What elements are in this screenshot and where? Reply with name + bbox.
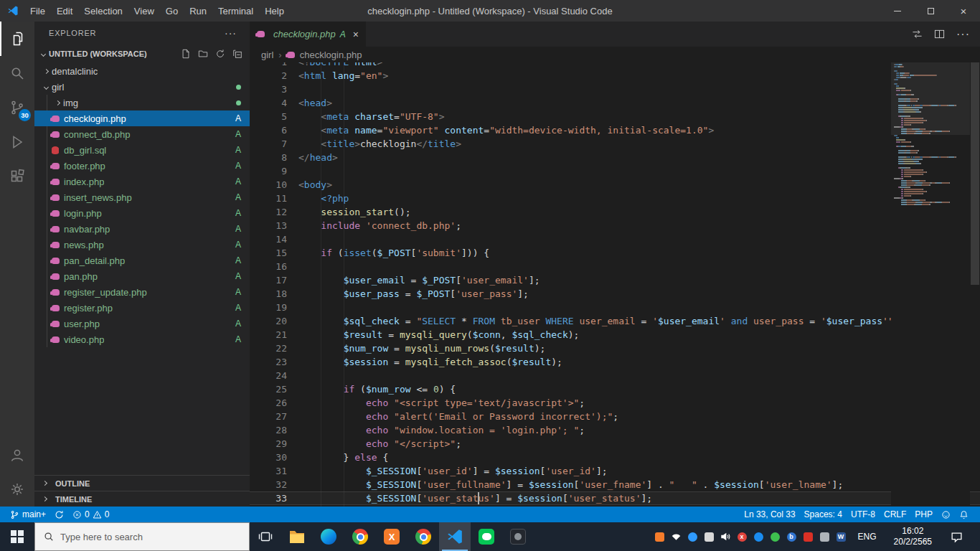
timeline-section-header[interactable]: TIMELINE	[34, 491, 250, 507]
language-indicator[interactable]: ENG	[852, 532, 882, 542]
code-line-29[interactable]: 29 echo "</script>";	[250, 437, 980, 451]
clock[interactable]: 16:02 20/2/2565	[888, 526, 938, 547]
code-line-2[interactable]: 2<html lang="en">	[250, 69, 980, 83]
code-line-22[interactable]: 22 $num_row = mysqli_num_rows($result);	[250, 342, 980, 355]
code-line-27[interactable]: 27 echo "alert('Email or Password incorr…	[250, 410, 980, 423]
taskbar-app-edge[interactable]	[313, 522, 344, 551]
tree-item-footer-php[interactable]: footer.phpA	[34, 158, 250, 174]
tree-item-login-php[interactable]: login.phpA	[34, 205, 250, 221]
tray-xampp-tray-icon[interactable]	[654, 532, 665, 542]
code-line-26[interactable]: 26 echo "<script type='text/javascript'>…	[250, 396, 980, 410]
taskbar-app-file-explorer[interactable]	[281, 522, 313, 551]
language-mode[interactable]: PHP	[910, 509, 937, 519]
code-line-24[interactable]: 24	[250, 369, 980, 382]
code-line-10[interactable]: 10<body>	[250, 178, 980, 192]
menu-item-edit[interactable]: Edit	[51, 0, 78, 22]
open-changes-icon[interactable]	[912, 29, 923, 39]
tray-bluetooth-icon[interactable]: b	[786, 532, 797, 542]
indentation[interactable]: Spaces: 4	[800, 509, 847, 519]
taskbar-search-box[interactable]	[34, 522, 250, 551]
outline-section-header[interactable]: OUTLINE	[34, 475, 250, 491]
explorer-activity-button[interactable]	[0, 22, 34, 56]
menu-item-view[interactable]: View	[128, 0, 160, 22]
run-debug-activity-button[interactable]	[0, 125, 34, 159]
code-line-9[interactable]: 9	[250, 164, 980, 178]
tree-item-db_girl-sql[interactable]: db_girl.sqlA	[34, 142, 250, 158]
code-line-23[interactable]: 23 $session = mysqli_fetch_assoc($result…	[250, 355, 980, 369]
code-line-1[interactable]: 1<!DOCTYPE html>	[250, 62, 980, 69]
code-line-18[interactable]: 18 $user_pass = $_POST['user_pass'];	[250, 287, 980, 301]
start-button[interactable]	[0, 522, 34, 551]
tray-word-icon[interactable]: W	[836, 532, 847, 542]
menu-item-help[interactable]: Help	[259, 0, 290, 22]
tray-volume-icon[interactable]	[720, 532, 731, 542]
taskbar-app-chrome[interactable]	[344, 522, 376, 551]
code-line-30[interactable]: 30 } else {	[250, 451, 980, 464]
tree-item-navbar-php[interactable]: navbar.phpA	[34, 221, 250, 237]
code-line-28[interactable]: 28 echo "window.location = 'login.php'; …	[250, 423, 980, 437]
tree-item-register_update-php[interactable]: register_update.phpA	[34, 284, 250, 300]
tree-item-insert_news-php[interactable]: insert_news.phpA	[34, 189, 250, 205]
minimap[interactable]	[891, 62, 970, 507]
encoding[interactable]: UTF-8	[847, 509, 880, 519]
problems-status[interactable]: 0 0	[68, 507, 113, 522]
code-line-25[interactable]: 25 if ($num_row <= 0) {	[250, 382, 980, 396]
new-folder-icon[interactable]	[198, 49, 208, 59]
tray-red-app-icon[interactable]	[803, 532, 814, 542]
tray-messenger-icon[interactable]	[687, 532, 698, 542]
search-activity-button[interactable]	[0, 56, 34, 90]
code-line-3[interactable]: 3	[250, 83, 980, 96]
tray-teamviewer-icon[interactable]	[753, 532, 764, 542]
tree-item-user-php[interactable]: user.phpA	[34, 316, 250, 331]
close-button[interactable]: ×	[947, 0, 980, 22]
code-line-17[interactable]: 17 $user_email = $_POST['user_email'];	[250, 273, 980, 287]
code-line-32[interactable]: 32 $_SESSION['user_fullname'] = $session…	[250, 478, 980, 491]
tree-item-img[interactable]: img	[34, 95, 250, 110]
menu-item-selection[interactable]: Selection	[78, 0, 128, 22]
menu-item-file[interactable]: File	[24, 0, 51, 22]
extensions-activity-button[interactable]	[0, 159, 34, 194]
taskbar-app-xampp[interactable]: X	[376, 522, 407, 551]
code-line-19[interactable]: 19	[250, 301, 980, 314]
menu-item-go[interactable]: Go	[160, 0, 184, 22]
taskbar-app-line[interactable]	[471, 522, 502, 551]
code-line-5[interactable]: 5 <meta charset="UTF-8">	[250, 110, 980, 123]
split-editor-icon[interactable]	[934, 29, 945, 39]
code-line-14[interactable]: 14	[250, 232, 980, 246]
code-line-6[interactable]: 6 <meta name="viewport" content="width=d…	[250, 123, 980, 137]
vertical-scrollbar[interactable]	[970, 62, 980, 507]
refresh-icon[interactable]	[215, 49, 225, 59]
git-branch-status[interactable]: main+	[6, 507, 50, 522]
code-line-8[interactable]: 8</head>	[250, 151, 980, 164]
code-line-4[interactable]: 4<head>	[250, 96, 980, 110]
search-input[interactable]	[60, 532, 218, 542]
tree-item-dentalclinic[interactable]: dentalclinic	[34, 63, 250, 79]
workspace-section-header[interactable]: UNTITLED (WORKSPACE)	[34, 44, 250, 63]
more-actions-icon[interactable]: ···	[956, 28, 970, 41]
code-line-11[interactable]: 11 <?php	[250, 192, 980, 205]
collapse-all-icon[interactable]	[232, 49, 242, 59]
tree-item-pan-php[interactable]: pan.phpA	[34, 268, 250, 284]
tray-line-tray-icon[interactable]	[770, 532, 781, 542]
code-editor[interactable]: 1<!DOCTYPE html>2<html lang="en">34<head…	[250, 62, 980, 507]
cursor-position[interactable]: Ln 33, Col 33	[740, 509, 799, 519]
feedback-button[interactable]	[937, 510, 955, 519]
action-center-button[interactable]	[943, 531, 969, 543]
menu-item-terminal[interactable]: Terminal	[212, 0, 259, 22]
settings-button[interactable]	[0, 472, 34, 507]
code-line-21[interactable]: 21 $result = mysqli_query($conn, $sql_ch…	[250, 328, 980, 342]
tray-gray-app-icon[interactable]	[819, 532, 830, 542]
tab-checklogin[interactable]: checklogin.php A ×	[250, 22, 366, 47]
tree-item-pan_detail-php[interactable]: pan_detail.phpA	[34, 253, 250, 268]
code-line-12[interactable]: 12 session_start();	[250, 205, 980, 219]
tray-app-light-icon[interactable]	[704, 532, 715, 542]
tree-item-video-php[interactable]: video.phpA	[34, 331, 250, 347]
code-line-7[interactable]: 7 <title>checklogin</title>	[250, 137, 980, 151]
code-line-13[interactable]: 13 include 'connect_db.php';	[250, 219, 980, 232]
maximize-button[interactable]	[914, 0, 947, 22]
taskbar-app-vscode[interactable]	[439, 522, 471, 551]
account-button[interactable]	[0, 438, 34, 472]
tree-item-news-php[interactable]: news.phpA	[34, 237, 250, 253]
code-line-20[interactable]: 20 $sql_check = "SELECT * FROM tb_user W…	[250, 314, 980, 328]
explorer-more-actions-icon[interactable]: ···	[225, 27, 237, 39]
